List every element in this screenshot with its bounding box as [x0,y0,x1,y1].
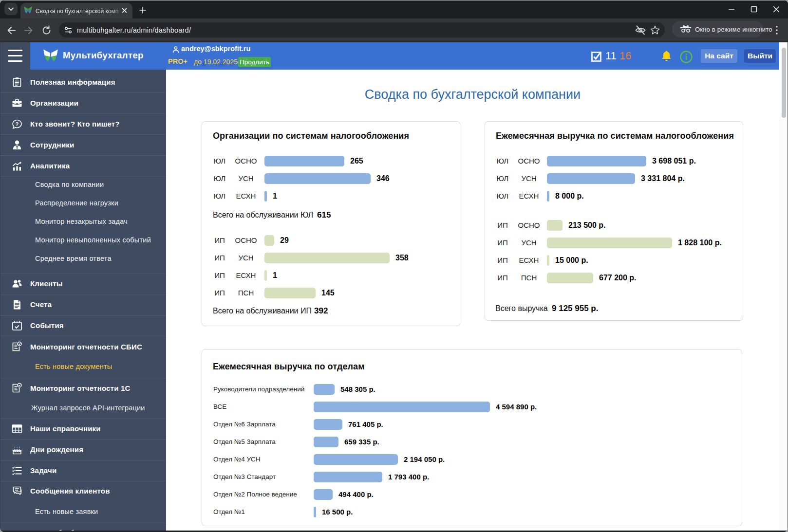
svg-text:?: ? [16,121,19,127]
